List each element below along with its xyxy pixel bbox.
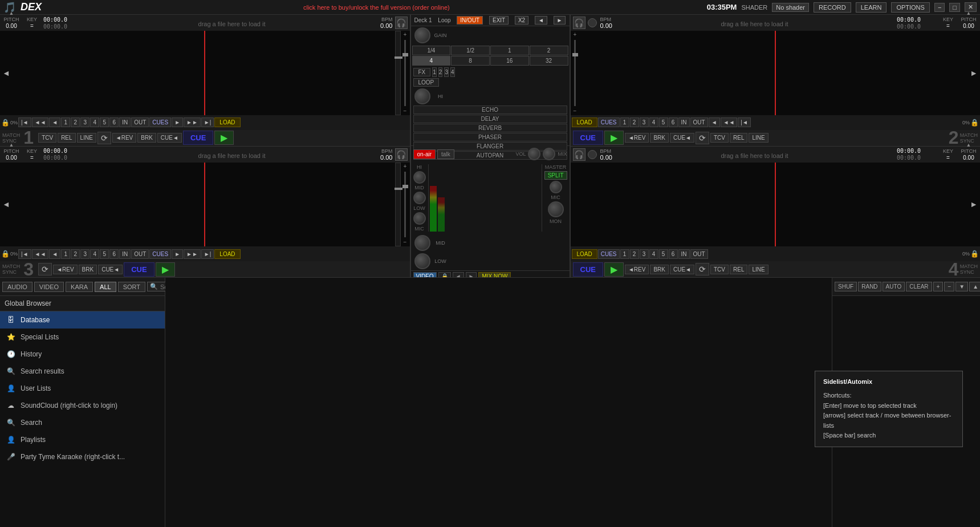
deck1-back-btn[interactable]: ◄ <box>49 117 60 127</box>
deck1-vol-minus[interactable]: − <box>404 107 407 115</box>
deck2-rew-btn[interactable]: ◄◄ <box>721 117 738 127</box>
delay-btn[interactable]: DELAY <box>413 115 567 123</box>
minimize-button[interactable]: − <box>934 3 945 12</box>
deck3-back-btn[interactable]: ◄ <box>49 249 60 259</box>
mixer-x2-btn[interactable]: X2 <box>515 16 528 25</box>
learn-button[interactable]: LEARN <box>856 2 887 13</box>
onair-btn[interactable]: on-air <box>413 149 436 159</box>
browser-item-database[interactable]: 🗄 Database <box>0 311 165 329</box>
browser-item-playlists[interactable]: 👤 Playlists <box>0 431 165 448</box>
deck4-in-btn[interactable]: IN <box>678 249 690 259</box>
deck4-tcv-btn[interactable]: TCV <box>710 265 729 274</box>
video-filter-btn[interactable]: VIDEO <box>34 282 64 292</box>
deck2-num6[interactable]: 6 <box>669 117 678 127</box>
deck3-num6[interactable]: 6 <box>109 249 119 259</box>
deck3-cue-btn[interactable]: CUE <box>124 262 154 277</box>
split-btn[interactable]: SPLIT <box>544 171 567 180</box>
record-button[interactable]: RECORD <box>814 2 851 13</box>
deck1-in-btn[interactable]: IN <box>119 117 131 127</box>
deck2-load-btn[interactable]: LOAD <box>572 117 597 127</box>
sort-filter-btn[interactable]: SORT <box>118 282 145 292</box>
deck2-tcv-btn[interactable]: TCV <box>710 133 729 143</box>
deck2-sync-loop-icon[interactable]: ⟳ <box>696 132 709 144</box>
deck2-play-btn[interactable]: ▶ <box>604 131 624 145</box>
deck3-brk-btn[interactable]: BRK <box>79 265 97 274</box>
deck4-num3[interactable]: 3 <box>640 249 649 259</box>
deck4-waveform[interactable]: ► <box>571 163 981 247</box>
deck1-num5[interactable]: 5 <box>100 117 109 127</box>
deck4-num6[interactable]: 6 <box>669 249 678 259</box>
deck3-prev-btn[interactable]: |◄ <box>18 249 31 259</box>
browser-item-party-tyme[interactable]: 🎤 Party Tyme Karaoke (right-click t... <box>0 448 165 465</box>
frac-16[interactable]: 16 <box>490 56 529 66</box>
kara-filter-btn[interactable]: KARA <box>66 282 93 292</box>
deck1-vol-plus[interactable]: + <box>404 31 407 39</box>
deck2-vol-minus[interactable]: − <box>574 107 577 115</box>
deck2-cues-btn[interactable]: CUES <box>598 117 620 127</box>
deck1-drag-area[interactable]: drag a file here to load it <box>86 18 378 27</box>
deck2-back-btn[interactable]: ◄ <box>709 117 720 127</box>
fx-num1[interactable]: 1 <box>432 67 437 77</box>
deck3-rev-btn[interactable]: ◄REV <box>53 265 77 274</box>
frac-4[interactable]: 4 <box>412 56 451 66</box>
deck3-rew-btn[interactable]: ◄◄ <box>32 249 49 259</box>
clear-btn[interactable]: CLEAR <box>906 282 932 291</box>
frac-1-2[interactable]: 1/2 <box>451 46 490 55</box>
sidelist-minus-btn[interactable]: − <box>944 282 954 291</box>
deck4-drag-area[interactable]: drag a file here to load it <box>615 150 894 159</box>
deck1-cue-small-btn[interactable]: CUE◄ <box>157 133 182 143</box>
deck2-prev-btn[interactable]: |◄ <box>738 117 751 127</box>
browser-item-special-lists[interactable]: ⭐ Special Lists <box>0 329 165 346</box>
deck1-play-btn[interactable]: ▶ <box>214 131 234 145</box>
deck3-cues-btn[interactable]: CUES <box>149 249 171 259</box>
frac-1[interactable]: 1 <box>490 46 529 55</box>
deck3-pitch-slider[interactable] <box>395 163 401 247</box>
mixer-nav-left-btn[interactable]: ◄ <box>535 16 547 25</box>
deck1-pitch-slider[interactable] <box>395 31 401 115</box>
deck3-num2[interactable]: 2 <box>71 249 80 259</box>
deck4-num2[interactable]: 2 <box>630 249 639 259</box>
reverb-btn[interactable]: REVERB <box>413 124 567 132</box>
deck4-sync-loop-icon[interactable]: ⟳ <box>696 263 709 275</box>
fx-num3[interactable]: 3 <box>444 67 449 77</box>
deck2-waveform[interactable]: ► + − <box>571 31 981 115</box>
deck3-in-btn[interactable]: IN <box>119 249 131 259</box>
deck3-num5[interactable]: 5 <box>100 249 109 259</box>
deck2-num4[interactable]: 4 <box>649 117 658 127</box>
deck1-fwd-btn[interactable]: ► <box>172 117 183 127</box>
deck2-num2[interactable]: 2 <box>630 117 639 127</box>
deck3-sync-loop-icon[interactable]: ⟳ <box>38 263 52 275</box>
loop-btn[interactable]: LOOP <box>413 78 440 87</box>
deck4-load-btn[interactable]: LOAD <box>572 249 597 259</box>
deck1-out-btn[interactable]: OUT <box>131 117 149 127</box>
mon-knob[interactable] <box>548 201 564 217</box>
browser-item-history[interactable]: 🕐 History <box>0 346 165 363</box>
mixer-low-knob[interactable] <box>414 253 430 269</box>
deck3-vol-slider[interactable]: + − <box>402 163 409 247</box>
fx-label-btn[interactable]: FX <box>413 68 431 76</box>
deck2-rev-btn[interactable]: ◄REV <box>625 133 649 143</box>
mixer-exit-btn[interactable]: EXIT <box>489 16 509 25</box>
deck1-ffwd-btn[interactable]: ►► <box>184 117 201 127</box>
deck4-cues-btn[interactable]: CUES <box>598 249 620 259</box>
deck2-headphone-button[interactable]: 🎧 <box>573 17 585 29</box>
frac-8[interactable]: 8 <box>451 56 490 66</box>
shuf-btn[interactable]: SHUF <box>835 282 857 291</box>
deck3-drag-area[interactable]: drag a file here to load it <box>86 150 378 159</box>
deck1-num3[interactable]: 3 <box>80 117 90 127</box>
all-filter-btn[interactable]: ALL <box>95 282 116 292</box>
auto-btn[interactable]: AUTO <box>883 282 905 291</box>
deck4-cue-small-btn[interactable]: CUE◄ <box>670 265 694 274</box>
deck4-headphone-button[interactable]: 🎧 <box>573 148 585 161</box>
buy-link[interactable]: click here to buy/unlock the full versio… <box>51 4 702 11</box>
fx-num4[interactable]: 4 <box>450 67 455 77</box>
deck1-sync-loop-icon[interactable]: ⟳ <box>97 132 111 144</box>
shader-value[interactable]: No shader <box>772 3 809 12</box>
deck1-rew-btn[interactable]: ◄◄ <box>32 117 49 127</box>
deck2-dot-btn[interactable] <box>588 18 597 27</box>
browser-item-user-lists[interactable]: 👤 User Lists <box>0 380 165 397</box>
deck1-waveform[interactable]: ◄ + − <box>0 31 410 115</box>
deck4-out-btn[interactable]: OUT <box>690 249 708 259</box>
deck1-headphone-button[interactable]: 🎧 <box>395 17 408 29</box>
deck3-cue-small-btn[interactable]: CUE◄ <box>98 265 123 274</box>
